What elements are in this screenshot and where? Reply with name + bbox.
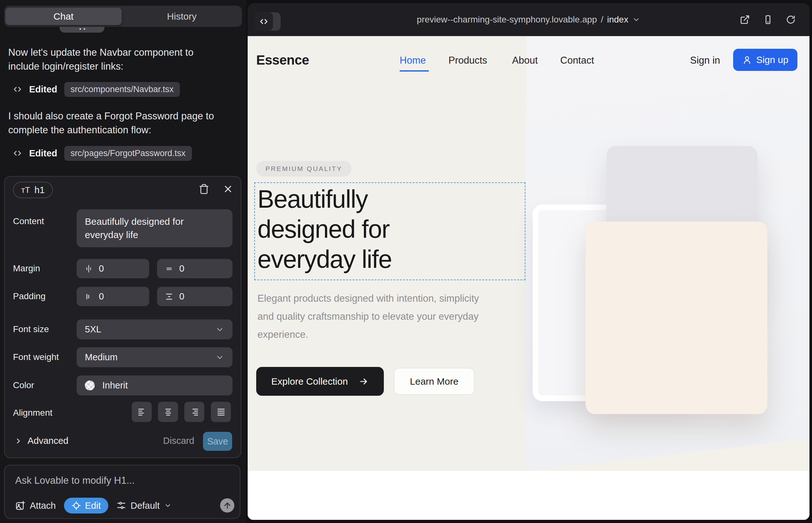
- margin-vertical-icon: [165, 264, 174, 273]
- type-icon: тT: [21, 185, 30, 195]
- active-nav-underline: [400, 70, 429, 72]
- margin-y-field[interactable]: [157, 259, 232, 278]
- sign-in-link[interactable]: Sign in: [690, 55, 720, 66]
- edited-file-row[interactable]: Edited src/components/Navbar.tsx: [13, 82, 180, 97]
- align-center-button[interactable]: [158, 402, 178, 422]
- transparent-color-swatch: [85, 381, 95, 390]
- sign-up-label: Sign up: [756, 54, 789, 65]
- save-button[interactable]: Save: [203, 432, 232, 451]
- mode-label: Default: [130, 501, 160, 511]
- margin-x-input[interactable]: [99, 264, 118, 274]
- attach-button[interactable]: Attach: [15, 501, 56, 511]
- align-center-icon: [163, 407, 173, 417]
- nav-link-products[interactable]: Products: [448, 55, 487, 66]
- code-preview-toggle[interactable]: [254, 12, 281, 31]
- padding-label: Padding: [13, 291, 46, 301]
- edited-file-row[interactable]: Edited src/pages/ForgotPassword.tsx: [13, 146, 192, 161]
- advanced-toggle[interactable]: Advanced: [14, 436, 68, 446]
- code-icon: [13, 85, 22, 94]
- url-host: preview--charming-site-symphony.lovable.…: [417, 15, 597, 25]
- mode-selector[interactable]: Default: [117, 501, 172, 511]
- color-value: Inherit: [102, 380, 128, 391]
- align-left-button[interactable]: [132, 402, 152, 422]
- align-justify-icon: [216, 407, 226, 417]
- crosshair-icon: [72, 501, 81, 510]
- edit-label: Edit: [85, 501, 101, 511]
- align-right-icon: [190, 407, 199, 417]
- open-external-button[interactable]: [740, 15, 750, 25]
- nav-link-contact[interactable]: Contact: [560, 55, 594, 66]
- sliders-icon: [117, 501, 126, 510]
- nav-link-home[interactable]: Home: [400, 55, 426, 66]
- cta-primary-label: Explore Collection: [271, 376, 348, 387]
- hero-heading-line: everyday life: [258, 244, 392, 274]
- advanced-label: Advanced: [28, 436, 68, 446]
- chat-message: I should also create a Forgot Password p…: [8, 109, 224, 137]
- chevron-down-icon: [215, 353, 224, 362]
- padding-x-input[interactable]: [99, 291, 118, 302]
- padding-y-input[interactable]: [179, 291, 198, 302]
- decor-card-cream: [586, 222, 767, 414]
- align-left-icon: [137, 407, 147, 417]
- premium-quality-badge: PREMIUM QUALITY: [256, 161, 352, 177]
- code-view-segment[interactable]: [254, 12, 273, 31]
- site-viewport: Essence Home Products About Contact Sign…: [248, 36, 810, 520]
- chat-panel: Chat History Now let's update the Navbar…: [0, 0, 246, 523]
- scrolled-chip[interactable]: [59, 27, 105, 33]
- discard-button[interactable]: Discard: [163, 436, 194, 446]
- align-right-button[interactable]: [184, 402, 204, 422]
- element-editor-panel: тT h1 Content Beautifully designed for e…: [4, 176, 241, 458]
- file-chip[interactable]: src/components/Navbar.tsx: [64, 82, 180, 97]
- tab-chat[interactable]: Chat: [5, 7, 122, 25]
- close-icon[interactable]: [223, 184, 233, 194]
- padding-x-field[interactable]: [77, 287, 149, 306]
- site-logo[interactable]: Essence: [256, 53, 309, 68]
- hero-heading[interactable]: Beautifully designed for everyday life: [258, 184, 392, 274]
- url-page[interactable]: index: [607, 15, 628, 25]
- refresh-button[interactable]: [786, 15, 796, 24]
- margin-y-input[interactable]: [179, 264, 198, 274]
- margin-x-field[interactable]: [77, 259, 149, 278]
- prompt-input[interactable]: [15, 475, 227, 486]
- chevron-down-icon[interactable]: [632, 16, 640, 24]
- chevron-down-icon: [215, 325, 224, 334]
- element-tag-label: h1: [35, 185, 45, 195]
- color-select[interactable]: Inherit: [77, 376, 232, 395]
- tab-history[interactable]: History: [122, 6, 242, 27]
- padding-horizontal-icon: [84, 292, 93, 301]
- margin-horizontal-icon: [84, 264, 93, 273]
- chevron-down-icon: [164, 502, 172, 509]
- edit-mode-pill[interactable]: Edit: [64, 498, 108, 513]
- font-weight-select[interactable]: Medium: [77, 347, 232, 367]
- browser-chrome-bar: preview--charming-site-symphony.lovable.…: [248, 3, 810, 36]
- hero-heading-line: designed for: [258, 214, 392, 244]
- selected-element-tag[interactable]: тT h1: [13, 182, 53, 198]
- code-icon: [13, 148, 22, 158]
- image-plus-icon: [15, 501, 25, 511]
- content-textarea[interactable]: Beautifully designed for everyday life: [77, 209, 232, 247]
- arrow-right-icon: [358, 376, 369, 386]
- chevron-right-icon: [14, 437, 22, 445]
- url-bar[interactable]: preview--charming-site-symphony.lovable.…: [338, 3, 719, 36]
- chat-message: Now let's update the Navbar component to…: [8, 46, 224, 73]
- user-icon: [742, 55, 752, 65]
- content-label: Content: [13, 216, 44, 227]
- font-weight-value: Medium: [85, 352, 118, 362]
- nav-link-about[interactable]: About: [512, 55, 538, 66]
- explore-collection-button[interactable]: Explore Collection: [256, 367, 384, 396]
- chat-history-tabs: Chat History: [4, 6, 242, 27]
- sign-up-button[interactable]: Sign up: [733, 49, 797, 71]
- preview-browser-window: preview--charming-site-symphony.lovable.…: [248, 3, 810, 520]
- alignment-label: Alignment: [13, 408, 53, 418]
- mobile-preview-button[interactable]: [763, 15, 773, 24]
- send-button[interactable]: [220, 498, 234, 512]
- hero-section: Essence Home Products About Contact Sign…: [248, 36, 810, 471]
- prompt-composer: Attach Edit Default: [4, 465, 240, 519]
- file-chip[interactable]: src/pages/ForgotPassword.tsx: [64, 146, 192, 161]
- padding-y-field[interactable]: [157, 287, 232, 306]
- delete-element-button[interactable]: [198, 184, 209, 194]
- font-size-select[interactable]: 5XL: [77, 320, 232, 339]
- learn-more-button[interactable]: Learn More: [394, 368, 474, 395]
- attach-label: Attach: [30, 501, 56, 511]
- align-justify-button[interactable]: [211, 402, 231, 422]
